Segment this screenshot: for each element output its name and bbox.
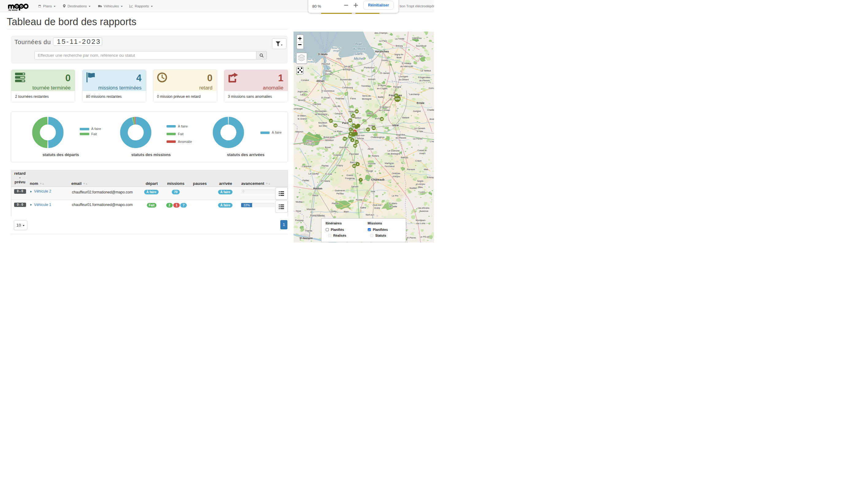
svg-text:6: 6: [351, 139, 353, 142]
svg-text:Nozay: Nozay: [356, 198, 363, 201]
svg-text:Argentré-: Argentré-: [396, 133, 406, 136]
svg-text:Louvigné-: Louvigné-: [398, 75, 408, 78]
svg-text:Balazé: Balazé: [402, 116, 409, 119]
svg-text:54: 54: [349, 135, 351, 138]
svg-text:Sᵗ-Thual: Sᵗ-Thual: [321, 96, 330, 99]
svg-text:Le Rheu: Le Rheu: [333, 130, 342, 133]
svg-text:Férel: Férel: [296, 210, 301, 213]
svg-text:Sᵗ-Aubin-: Sᵗ-Aubin-: [379, 106, 389, 108]
svg-text:Peillac: Peillac: [302, 179, 309, 182]
svg-text:Derval: Derval: [351, 185, 358, 188]
svg-text:umaugat: umaugat: [293, 107, 303, 110]
svg-text:Chailla: Chailla: [427, 108, 434, 111]
svg-text:du-Plessis: du-Plessis: [419, 79, 430, 82]
svg-text:Bleu: Bleu: [418, 186, 423, 189]
svg-text:Avranches: Avranches: [375, 50, 389, 53]
svg-text:Châteaugiron: Châteaugiron: [371, 136, 384, 138]
svg-text:Pontorson: Pontorson: [364, 66, 374, 69]
svg-text:Isigny-le-: Isigny-le-: [394, 53, 404, 56]
svg-text:Bonnemain: Bonnemain: [340, 78, 352, 81]
svg-text:37: 37: [367, 128, 369, 131]
svg-text:du-Plessis: du-Plessis: [395, 136, 406, 139]
svg-text:Verger: Verger: [333, 50, 340, 52]
svg-text:de-Bretagne: de-Bretagne: [315, 113, 327, 116]
svg-text:Quilly: Quilly: [331, 210, 337, 213]
svg-text:Bréal-sous-: Bréal-sous-: [323, 136, 335, 138]
svg-text:66: 66: [343, 137, 346, 140]
svg-text:Lacs: Lacs: [300, 93, 305, 96]
svg-text:68: 68: [354, 144, 356, 147]
svg-text:Brécey: Brécey: [396, 44, 403, 47]
svg-text:de-Bretagne: de-Bretagne: [388, 152, 400, 155]
svg-text:du-Cormier: du-Cormier: [378, 109, 390, 111]
svg-text:Sᵗ-Mars-: Sᵗ-Mars-: [389, 202, 398, 205]
svg-text:d'Anjou: d'Anjou: [392, 175, 400, 178]
svg-text:Auxence: Auxence: [419, 210, 428, 213]
svg-text:Betton: Betton: [354, 117, 361, 119]
svg-text:Sᵗ-Malo: Sᵗ-Malo: [318, 53, 328, 56]
svg-text:Ducey: Ducey: [381, 59, 388, 62]
svg-text:des-Champs: des-Champs: [374, 32, 388, 34]
svg-text:Montauban-: Montauban-: [315, 110, 327, 112]
svg-text:Guichen: Guichen: [339, 146, 348, 149]
svg-text:Penfao: Penfao: [337, 192, 344, 195]
svg-text:Sᵗ-Domineuc: Sᵗ-Domineuc: [321, 90, 334, 92]
svg-text:Gévezé: Gévezé: [335, 112, 343, 115]
svg-text:Hirel: Hirel: [337, 57, 341, 60]
svg-text:Larchamp: Larchamp: [409, 93, 419, 96]
svg-text:Bretagne: Bretagne: [362, 97, 371, 100]
svg-text:Segré-: Segré-: [417, 180, 424, 183]
svg-text:en-Anjou: en-Anjou: [415, 183, 425, 186]
svg-text:aie de: aie de: [308, 58, 315, 60]
svg-text:Vivien: Vivien: [419, 152, 425, 155]
svg-text:Pipriac: Pipriac: [321, 164, 329, 167]
svg-text:Noëllet: Noëllet: [409, 187, 417, 190]
svg-text:Carentoir: Carentoir: [302, 165, 311, 168]
svg-text:Sᵗ-Pierre-: Sᵗ-Pierre-: [407, 236, 416, 239]
svg-text:Gathemo: Gathemo: [412, 37, 422, 39]
svg-text:Rieux: Rieux: [312, 194, 318, 197]
svg-text:Ernée: Ernée: [416, 101, 424, 104]
svg-text:Combourg: Combourg: [342, 86, 353, 89]
svg-text:du-Désert: du-Désert: [398, 78, 409, 81]
svg-text:Gorron: Gorron: [429, 87, 434, 90]
svg-text:Nivillac: Nivillac: [296, 200, 303, 203]
svg-text:Michel: Michel: [354, 57, 364, 60]
svg-text:Miniac-: Miniac-: [324, 70, 332, 72]
svg-text:Blain: Blain: [343, 210, 349, 213]
svg-text:52: 52: [349, 119, 351, 122]
svg-text:Morvan: Morvan: [324, 73, 332, 75]
svg-text:la-Jaille: la-Jaille: [389, 205, 397, 208]
svg-text:Bretagne: Bretagne: [343, 68, 352, 71]
svg-text:Parigné: Parigné: [393, 86, 401, 88]
svg-text:35: 35: [380, 118, 383, 121]
svg-text:Pacé: Pacé: [342, 121, 348, 125]
svg-text:L'Hu: L'Hu: [430, 140, 434, 143]
svg-text:Sᵗ-Hilaire-: Sᵗ-Hilaire-: [402, 62, 412, 65]
svg-text:Mauron: Mauron: [296, 130, 303, 133]
svg-text:Pontchâteau: Pontchâteau: [310, 214, 325, 217]
svg-text:du Mont: du Mont: [352, 47, 365, 51]
svg-text:Ferchaud: Ferchaud: [384, 165, 395, 168]
svg-text:Montfort-: Montfort-: [318, 121, 328, 124]
svg-text:7: 7: [360, 179, 361, 181]
svg-text:Saint-: Saint-: [354, 52, 363, 56]
svg-text:Bovel: Bovel: [325, 146, 331, 149]
svg-text:La Guerche-: La Guerche-: [388, 149, 400, 152]
svg-text:Renazé: Renazé: [407, 168, 415, 171]
svg-text:La Trinité: La Trinité: [395, 37, 404, 40]
svg-text:Corseul: Corseul: [301, 79, 309, 82]
svg-text:Trignac: Trignac: [305, 229, 312, 232]
svg-text:10: 10: [355, 141, 358, 143]
svg-text:Seiche: Seiche: [357, 137, 364, 140]
svg-text:Sᵗ-Nazaire: Sᵗ-Nazaire: [299, 237, 313, 240]
svg-text:Val-d'Erdre-: Val-d'Erdre-: [418, 207, 430, 209]
svg-text:28: 28: [334, 124, 337, 127]
svg-text:Guémené-: Guémené-: [335, 189, 346, 192]
svg-text:Baillé: Baillé: [378, 96, 383, 98]
svg-text:Grand-: Grand-: [346, 174, 354, 176]
svg-text:Le Pertre: Le Pertre: [413, 137, 422, 140]
svg-text:Sᵗ-Just: Sᵗ-Just: [325, 172, 332, 175]
svg-text:Pompas: Pompas: [295, 219, 304, 222]
svg-text:en-Coglès: en-Coglès: [377, 87, 387, 90]
